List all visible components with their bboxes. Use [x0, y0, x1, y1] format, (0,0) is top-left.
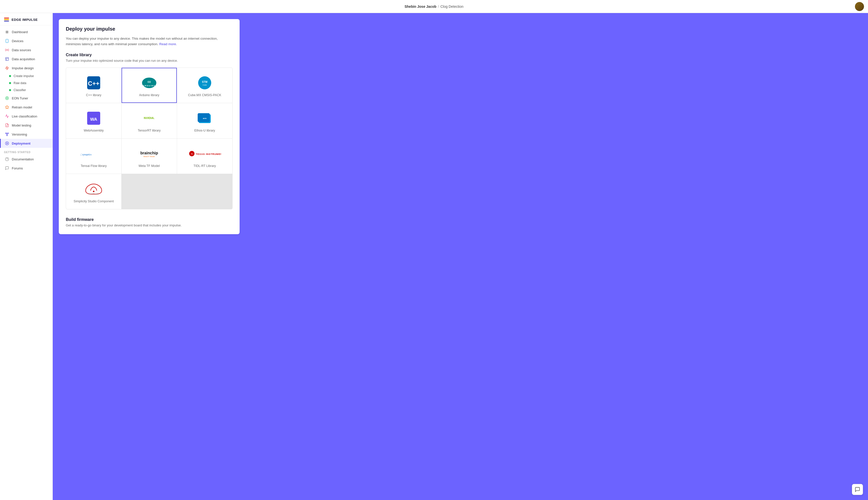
- sidebar-item-data-sources[interactable]: Data sources: [0, 45, 53, 55]
- header-project: Clog Detection: [440, 4, 464, 9]
- sidebar-item-impulse-design[interactable]: Impulse design: [0, 64, 53, 72]
- lib-card-cubemx[interactable]: STM Cube Cube.MX CMSIS-PACK: [177, 68, 232, 103]
- library-grid: C++ C++ library ∞ ARDUINO: [66, 68, 233, 209]
- svg-point-36: [93, 191, 94, 192]
- lib-card-label-cubemx: Cube.MX CMSIS-PACK: [188, 93, 221, 97]
- create-library-title: Create library: [66, 53, 233, 57]
- svg-text:◌synaptics: ◌synaptics: [80, 153, 91, 156]
- build-firmware-title: Build firmware: [66, 217, 233, 222]
- brainchip-logo: brainchip MetaTF Model: [137, 147, 162, 161]
- sidebar-item-versioning[interactable]: Versioning: [0, 130, 53, 139]
- silicon-logo: SILICON LABS: [84, 182, 104, 196]
- sidebar-item-devices[interactable]: Devices: [0, 36, 53, 45]
- versioning-icon: [5, 132, 9, 137]
- dot-icon: [9, 75, 11, 77]
- sidebar-item-dashboard[interactable]: ⊞ Dashboard: [0, 27, 53, 36]
- sidebar-item-documentation[interactable]: Documentation: [0, 155, 53, 164]
- svg-point-11: [7, 135, 8, 136]
- lib-card-ti[interactable]: TI TEXAS INSTRUMENTS TIDL-RT Library: [177, 138, 232, 174]
- getting-started-section-label: GETTING STARTED: [0, 148, 53, 155]
- eon-tuner-icon: [5, 96, 9, 100]
- avatar[interactable]: [855, 2, 864, 11]
- sidebar-item-forums[interactable]: Forums: [0, 164, 53, 173]
- sidebar-item-retrain-model[interactable]: Retrain model: [0, 103, 53, 112]
- svg-text:STM: STM: [202, 81, 208, 83]
- svg-text:brainchip: brainchip: [141, 151, 158, 155]
- forums-icon: [5, 166, 9, 170]
- sidebar-nav: ⊞ Dashboard Devices Data sources Data a: [0, 25, 53, 500]
- lib-card-cpp[interactable]: C++ C++ library: [66, 68, 121, 103]
- sidebar-item-label: Live classification: [12, 114, 37, 118]
- sidebar-item-label: Versioning: [12, 133, 27, 136]
- build-firmware-desc: Get a ready-to-go binary for your develo…: [66, 224, 233, 227]
- sidebar-item-deployment[interactable]: Deployment: [0, 139, 53, 148]
- sidebar-item-label: Dashboard: [12, 30, 28, 34]
- ti-logo: TI TEXAS INSTRUMENTS: [188, 147, 221, 161]
- svg-text:TI: TI: [191, 153, 193, 155]
- lib-card-label-silicon: Simplicity Studio Component: [74, 200, 114, 203]
- retrain-model-icon: [5, 105, 9, 110]
- lib-card-label-cpp: C++ library: [86, 93, 101, 97]
- read-more-link[interactable]: Read more.: [159, 42, 177, 46]
- lib-card-synaptics[interactable]: ◌synaptics Tensai Flow library: [66, 138, 121, 174]
- page-card: Deploy your impulse You can deploy your …: [59, 19, 240, 234]
- deployment-icon: [5, 141, 9, 146]
- devices-icon: [5, 39, 9, 43]
- sidebar-item-eon-tuner[interactable]: EON Tuner: [0, 94, 53, 103]
- svg-text:TEXAS INSTRUMENTS: TEXAS INSTRUMENTS: [196, 152, 221, 155]
- sidebar-item-data-acquisition[interactable]: Data acquisition: [0, 55, 53, 64]
- sidebar: EDGE IMPULSE ⊞ Dashboard Devices Data so…: [0, 13, 53, 500]
- lib-card-label-brainchip: Meta TF Model: [138, 164, 160, 168]
- lib-card-webassembly[interactable]: WA WebAssembly: [66, 103, 121, 138]
- lib-card-brainchip[interactable]: brainchip MetaTF Model Meta TF Model: [122, 138, 177, 174]
- logo-bar-2: [4, 19, 9, 20]
- lib-card-label-ti: TIDL-RT Library: [193, 164, 216, 168]
- lib-card-label-tensorrt: TensorRT library: [138, 129, 160, 132]
- deploy-description: You can deploy your impulse to any devic…: [66, 36, 233, 47]
- svg-text:ARDUINO: ARDUINO: [143, 84, 156, 87]
- content-inner: Deploy your impulse You can deploy your …: [53, 13, 868, 500]
- data-sources-icon: [5, 48, 9, 52]
- avatar-image: [855, 2, 864, 11]
- cubemx-logo: STM Cube: [198, 76, 211, 90]
- ethos-logo: arm: [198, 111, 212, 125]
- svg-text:MetaTF Model: MetaTF Model: [143, 156, 155, 157]
- model-testing-icon: [5, 123, 9, 127]
- main-layout: EDGE IMPULSE ⊞ Dashboard Devices Data so…: [0, 13, 868, 500]
- svg-text:NVIDIA.: NVIDIA.: [144, 116, 155, 120]
- svg-text:Cube: Cube: [203, 84, 207, 86]
- sidebar-item-label: Forums: [12, 167, 23, 170]
- sidebar-subitem-raw-data[interactable]: Raw data: [0, 80, 53, 87]
- lib-card-tensorrt[interactable]: NVIDIA. TensorRT library: [122, 103, 177, 138]
- documentation-icon: [5, 157, 9, 161]
- logo-bar-1: [4, 18, 9, 19]
- sidebar-item-label: Documentation: [12, 157, 34, 161]
- sidebar-item-label: Retrain model: [12, 105, 32, 109]
- svg-text:SILICON LABS: SILICON LABS: [88, 193, 99, 194]
- live-classification-icon: [5, 114, 9, 118]
- lib-card-label-arduino: Arduino library: [139, 93, 159, 97]
- header-username: Shebin Jose Jacob: [404, 4, 436, 9]
- dashboard-icon: ⊞: [5, 30, 9, 34]
- sidebar-subitem-classifier[interactable]: Classifier: [0, 87, 53, 94]
- lib-card-silicon[interactable]: SILICON LABS Simplicity Studio Component: [66, 174, 121, 209]
- sidebar-item-live-classification[interactable]: Live classification: [0, 112, 53, 121]
- sidebar-item-model-testing[interactable]: Model testing: [0, 121, 53, 130]
- tensorrt-logo: NVIDIA.: [141, 111, 157, 125]
- dot-icon: [9, 82, 11, 84]
- svg-point-12: [5, 141, 9, 145]
- lib-card-arduino[interactable]: ∞ ARDUINO Arduino library: [122, 68, 177, 103]
- logo-bar-3: [4, 21, 9, 22]
- impulse-design-icon: [5, 66, 9, 70]
- lib-card-ethos[interactable]: arm Ethos-U library: [177, 103, 232, 138]
- cpp-logo: C++: [87, 76, 100, 90]
- sidebar-item-label: Data sources: [12, 48, 31, 52]
- webassembly-logo: WA: [87, 111, 100, 125]
- chat-fab-button[interactable]: [852, 484, 863, 495]
- header-user-project: Shebin Jose Jacob / Clog Detection: [404, 4, 464, 9]
- svg-point-2: [7, 49, 8, 50]
- create-library-subtitle: Turn your impulse into optimized source …: [66, 59, 233, 62]
- sidebar-subitem-create-impulse[interactable]: Create impulse: [0, 72, 53, 80]
- svg-marker-8: [5, 105, 9, 109]
- content-area: Deploy your impulse You can deploy your …: [53, 13, 868, 500]
